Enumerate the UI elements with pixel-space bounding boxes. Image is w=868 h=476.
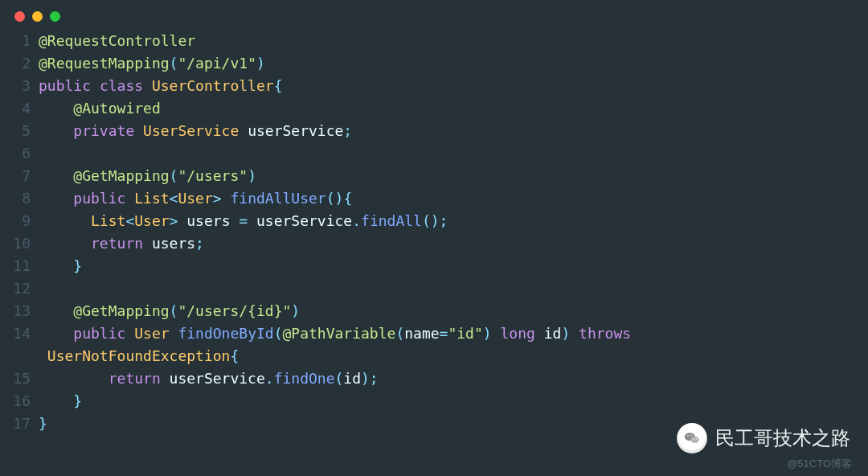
- watermark: 民工哥技术之路: [677, 423, 850, 453]
- code-content: List<User> users = userService.findAll()…: [39, 210, 868, 232]
- code-content: @RequestController: [39, 30, 868, 52]
- svg-point-4: [693, 438, 694, 439]
- zoom-icon[interactable]: [50, 11, 60, 22]
- line-number: 17: [0, 412, 39, 435]
- code-line: 16 }: [0, 390, 868, 412]
- code-line: 14 public User findOneById(@PathVariable…: [0, 322, 868, 345]
- code-content: return userService.findOne(id);: [39, 367, 868, 390]
- code-content: public class UserController{: [39, 75, 868, 97]
- svg-point-2: [687, 435, 689, 437]
- code-line: 13 @GetMapping("/users/{id}"): [0, 300, 868, 322]
- line-number: 5: [0, 120, 39, 142]
- line-number: 16: [0, 390, 39, 412]
- code-content: public User findOneById(@PathVariable(na…: [39, 322, 868, 345]
- code-line: 11 }: [0, 255, 868, 277]
- code-content: UserNotFoundException{: [39, 345, 868, 367]
- code-content: @GetMapping("/users"): [39, 165, 868, 187]
- svg-point-5: [696, 438, 697, 439]
- line-number: 3: [0, 75, 39, 97]
- line-number: 13: [0, 300, 39, 322]
- line-number: 7: [0, 165, 39, 187]
- code-content: private UserService userService;: [39, 120, 868, 142]
- code-line: 3public class UserController{: [0, 75, 868, 97]
- svg-point-3: [690, 435, 692, 437]
- line-number: 1: [0, 30, 39, 52]
- svg-point-1: [691, 437, 699, 443]
- code-content: }: [39, 255, 868, 277]
- watermark-text: 民工哥技术之路: [715, 425, 850, 451]
- code-content: @Autowired: [39, 97, 868, 120]
- wechat-icon: [677, 423, 707, 453]
- code-content: }: [39, 390, 868, 412]
- code-line: 1@RequestController: [0, 30, 868, 52]
- line-number: 15: [0, 367, 39, 390]
- code-line: UserNotFoundException{: [0, 345, 868, 367]
- line-number: 6: [0, 142, 39, 165]
- code-line: 4 @Autowired: [0, 97, 868, 120]
- line-number: 8: [0, 187, 39, 210]
- code-line: 7 @GetMapping("/users"): [0, 165, 868, 187]
- code-line: 2@RequestMapping("/api/v1"): [0, 52, 868, 75]
- line-number: 12: [0, 277, 39, 300]
- code-line: 15 return userService.findOne(id);: [0, 367, 868, 390]
- line-number: 9: [0, 210, 39, 232]
- code-window: 1@RequestController2@RequestMapping("/ap…: [0, 0, 868, 476]
- code-content: @GetMapping("/users/{id}"): [39, 300, 868, 322]
- code-line: 5 private UserService userService;: [0, 120, 868, 142]
- titlebar: [0, 0, 868, 27]
- line-number: 2: [0, 52, 39, 75]
- code-content: public List<User> findAllUser(){: [39, 187, 868, 210]
- line-number: 11: [0, 255, 39, 277]
- code-content: return users;: [39, 232, 868, 255]
- close-icon[interactable]: [14, 11, 25, 22]
- code-line: 6: [0, 142, 868, 165]
- line-number: 10: [0, 232, 39, 255]
- line-number: 14: [0, 322, 39, 345]
- code-line: 9 List<User> users = userService.findAll…: [0, 210, 868, 232]
- code-line: 8 public List<User> findAllUser(){: [0, 187, 868, 210]
- code-content: @RequestMapping("/api/v1"): [39, 52, 868, 75]
- credit-text: @51CTO博客: [787, 457, 852, 471]
- minimize-icon[interactable]: [32, 11, 43, 22]
- code-line: 10 return users;: [0, 232, 868, 255]
- code-line: 12: [0, 277, 868, 300]
- code-block: 1@RequestController2@RequestMapping("/ap…: [0, 27, 868, 435]
- line-number: 4: [0, 97, 39, 120]
